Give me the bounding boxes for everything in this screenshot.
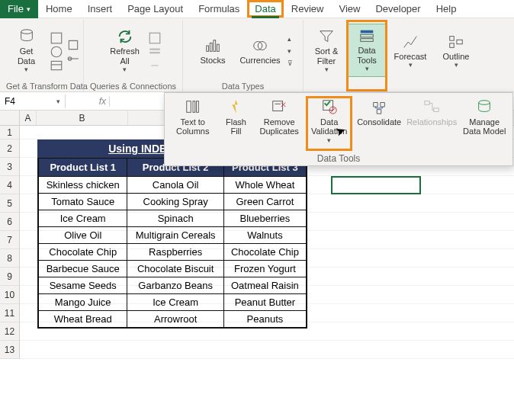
remove-duplicates-icon	[268, 98, 290, 116]
consolidate-button[interactable]: Consolidate	[355, 96, 403, 151]
fx-controls: fx	[66, 96, 110, 107]
table-cell[interactable]: Garbanzo Beans	[127, 277, 223, 294]
flash-fill-icon	[225, 98, 246, 116]
row-12[interactable]: 12	[0, 322, 19, 341]
svg-rect-9	[207, 46, 209, 51]
table-cell[interactable]: Arrowroot	[127, 311, 223, 328]
currencies-label: Currencies	[239, 56, 280, 65]
table-row: Sesame SeedsGarbanzo BeansOatmeal Raisin	[39, 277, 307, 294]
name-box[interactable]: F4 ▾	[0, 95, 66, 108]
table-cell[interactable]: Tomato Sauce	[39, 194, 127, 210]
remove-duplicates-button[interactable]: Remove Duplicates	[255, 96, 303, 151]
get-data-button[interactable]: Get Data ▾	[7, 24, 47, 78]
scroll-down-icon[interactable]: ▾	[288, 47, 293, 55]
stocks-label: Stocks	[200, 56, 225, 65]
scroll-up-icon[interactable]: ▴	[288, 35, 293, 43]
table-row: Wheat BreadArrowrootPeanuts	[39, 311, 307, 328]
table-cell[interactable]: Walnuts	[223, 227, 306, 244]
edit-links-icon[interactable]	[148, 59, 162, 71]
chevron-down-icon: ▾	[27, 5, 31, 13]
col-B[interactable]: B	[37, 111, 128, 125]
text-to-columns-button[interactable]: Text to Columns	[169, 96, 217, 151]
row-5[interactable]: 5	[0, 194, 19, 213]
tab-home[interactable]: Home	[38, 0, 80, 18]
svg-rect-7	[149, 48, 160, 50]
table-cell[interactable]: Green Carrot	[223, 194, 306, 210]
table-cell[interactable]: Chocolate Biscuit	[127, 261, 223, 277]
from-text-icon[interactable]	[50, 31, 63, 43]
tab-formulas[interactable]: Formulas	[191, 0, 247, 18]
tab-developer[interactable]: Developer	[368, 0, 428, 18]
svg-rect-18	[450, 36, 455, 40]
tab-insert[interactable]: Insert	[80, 0, 120, 18]
table-cell[interactable]: Raspberries	[127, 244, 223, 261]
from-web-icon[interactable]	[50, 45, 63, 57]
recent-sources-icon[interactable]	[66, 38, 80, 50]
tab-view[interactable]: View	[331, 0, 368, 18]
forecast-button[interactable]: Forecast ▾	[390, 24, 430, 78]
currencies-button[interactable]: Currencies	[240, 24, 280, 78]
table-cell[interactable]: Barbecue Sauce	[39, 261, 127, 277]
table-row: Barbecue SauceChocolate BiscuitFrozen Yo…	[39, 261, 307, 277]
table-cell[interactable]: Ice Cream	[127, 294, 223, 311]
existing-connections-icon[interactable]	[66, 52, 80, 64]
tab-help[interactable]: Help	[429, 0, 464, 18]
row-7[interactable]: 7	[0, 231, 19, 249]
table-cell[interactable]: Canola Oil	[127, 177, 223, 194]
row-9[interactable]: 9	[0, 268, 19, 286]
row-10[interactable]: 10	[0, 286, 19, 304]
table-cell[interactable]: Chocolate Chip	[223, 244, 306, 261]
row-11[interactable]: 11	[0, 304, 19, 322]
svg-rect-17	[361, 39, 374, 42]
col-A[interactable]: A	[20, 111, 37, 125]
row-6[interactable]: 6	[0, 213, 19, 231]
tab-review[interactable]: Review	[284, 0, 332, 18]
data-validation-button[interactable]: Data Validation ▾	[306, 96, 353, 151]
table-cell[interactable]: Oatmeal Raisin	[223, 277, 306, 294]
table-cell[interactable]: Multigrain Cereals	[127, 227, 223, 244]
svg-point-0	[21, 30, 32, 34]
table-cell[interactable]: Wheat Bread	[39, 311, 127, 328]
table-cell[interactable]: Skinless chicken	[39, 177, 127, 194]
tab-page-layout[interactable]: Page Layout	[120, 0, 191, 18]
file-menu[interactable]: File ▾	[0, 0, 38, 18]
group-label	[307, 80, 346, 91]
queries-icon[interactable]	[148, 31, 162, 43]
row-8[interactable]: 8	[0, 249, 19, 268]
table-cell[interactable]: Frozen Yogurt	[223, 261, 306, 277]
select-all-corner[interactable]	[0, 111, 20, 125]
table-cell[interactable]: Peanuts	[223, 311, 306, 328]
row-3[interactable]: 3	[0, 158, 19, 176]
table-cell[interactable]: Chocolate Chip	[39, 244, 127, 261]
properties-icon[interactable]	[148, 45, 162, 57]
sort-filter-button[interactable]: Sort & Filter ▾	[307, 24, 346, 78]
stocks-icon	[202, 37, 223, 55]
svg-rect-8	[149, 52, 160, 53]
manage-data-model-button[interactable]: Manage Data Model	[461, 96, 508, 151]
refresh-all-button[interactable]: Refresh All ▾	[105, 24, 145, 78]
table-cell[interactable]: Whole Wheat	[223, 177, 306, 194]
more-icon[interactable]: ⊽	[288, 59, 293, 67]
table-cell[interactable]: Mango Juice	[39, 294, 127, 311]
flash-fill-button[interactable]: Flash Fill	[220, 96, 253, 151]
table-cell[interactable]: Blueberries	[223, 210, 306, 227]
consolidate-icon	[368, 98, 390, 116]
data-tools-button[interactable]: Data Tools ▾	[346, 24, 387, 77]
fx-icon[interactable]: fx	[99, 96, 106, 107]
stocks-button[interactable]: Stocks	[193, 24, 233, 78]
outline-button[interactable]: Outline ▾	[436, 24, 476, 78]
row-2[interactable]: 2	[0, 139, 19, 158]
table-cell[interactable]: Olive Oil	[39, 227, 127, 244]
from-table-icon[interactable]	[50, 59, 63, 71]
table-cell[interactable]: Ice Cream	[39, 210, 127, 227]
table-cell[interactable]: Cooking Spray	[127, 194, 223, 210]
row-1[interactable]: 1	[0, 126, 19, 139]
table-cell[interactable]: Peanut Butter	[223, 294, 306, 311]
table-cell[interactable]: Sesame Seeds	[39, 277, 127, 294]
tab-data[interactable]: Data	[247, 0, 283, 18]
row-13[interactable]: 13	[0, 341, 19, 359]
row-4[interactable]: 4	[0, 176, 19, 194]
name-box-value: F4	[5, 96, 15, 107]
svg-rect-28	[323, 100, 332, 110]
table-cell[interactable]: Spinach	[127, 210, 223, 227]
